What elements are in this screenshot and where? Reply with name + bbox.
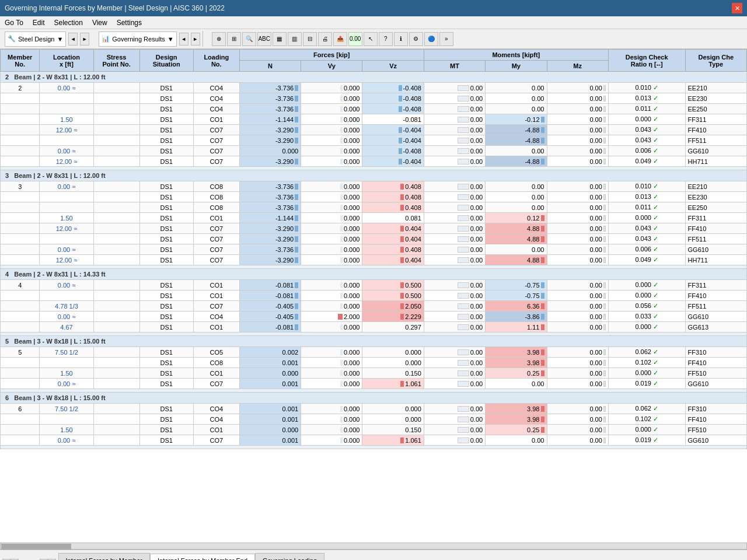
view-chevron: ▼ — [167, 36, 174, 43]
tb-filter-btn[interactable]: 🔍 — [242, 32, 256, 46]
view-prev-btn[interactable]: ◄ — [179, 33, 189, 46]
tb-expand-btn[interactable]: » — [439, 32, 453, 46]
module-next-btn[interactable]: ► — [80, 33, 89, 46]
cell-stress-point — [93, 358, 139, 368]
menu-view[interactable]: View — [92, 19, 107, 27]
scrollbar-thumb[interactable] — [1, 544, 71, 550]
cell-loading-no: CO7 — [193, 156, 239, 167]
cell-MT: 0.00 — [424, 358, 485, 368]
cell-design-sit: DS1 — [139, 301, 193, 312]
cell-ratio: 0.019 ✓ — [608, 379, 685, 389]
cell-loading-no: CO7 — [193, 379, 239, 389]
cell-loading-no: CO1 — [193, 213, 239, 223]
cell-Vz: 0.081 — [362, 213, 424, 223]
cell-MT: 0.00 — [424, 255, 485, 265]
cell-Vy: 0.000 — [301, 114, 362, 125]
cell-stress-point — [93, 202, 139, 213]
module-dropdown[interactable]: 🔧 Steel Design ▼ — [5, 32, 66, 47]
cell-design-sit: DS1 — [139, 425, 193, 435]
table-row: 67.50 1/2DS1CO4 0.001 0.000 0.000 0.00 3… — [1, 404, 747, 414]
cell-stress-point — [93, 83, 139, 93]
tab-governing-loading[interactable]: Governing Loading — [255, 553, 324, 560]
cell-member-no: 3 — [1, 181, 40, 192]
menu-selection[interactable]: Selection — [54, 19, 83, 27]
cell-N: 0.001 — [239, 414, 301, 425]
cell-MT: 0.00 — [424, 146, 485, 156]
data-table-container[interactable]: MemberNo. Locationx [ft] StressPoint No.… — [0, 49, 747, 542]
cell-stress-point — [93, 379, 139, 389]
tb-help-btn[interactable]: ? — [379, 32, 393, 46]
cell-stress-point — [93, 146, 139, 156]
cell-N: -3.736 — [239, 83, 301, 93]
cell-member-no — [1, 368, 40, 379]
cell-Mz: 0.00 — [547, 125, 608, 135]
member-group-row: 2 Beam | 2 - W 8x31 | L : 12.00 ft — [1, 72, 747, 83]
bottom-tab-bar: |◄ ◄ 1 of 3 ► ►| Internal Forces by Memb… — [0, 550, 747, 560]
cell-member-no — [1, 93, 40, 104]
tb-extra-btn[interactable]: ⚙ — [409, 32, 423, 46]
cell-loading-no: CO4 — [193, 312, 239, 322]
cell-Vz: 0.404 — [362, 234, 424, 244]
table-row: DS1CO8 -3.736 0.000 0.408 0.00 0.00 0.00… — [1, 192, 747, 202]
cell-check-type: EE250 — [685, 104, 746, 114]
cell-Vz: 0.408 — [362, 202, 424, 213]
tb-info-btn[interactable]: ℹ — [394, 32, 408, 46]
table-row: 12.00 ≈DS1CO7 -3.290 0.000 0.404 0.00 4.… — [1, 223, 747, 234]
cell-Mz: 0.00 — [547, 192, 608, 202]
cell-ratio: 0.010 ✓ — [608, 181, 685, 192]
table-row: DS1CO1 -0.081 0.000 0.500 0.00 -0.75 0.0… — [1, 290, 747, 301]
cell-loading-no: CO4 — [193, 404, 239, 414]
cell-check-type: GG610 — [685, 379, 746, 389]
cell-Vy: 0.000 — [301, 301, 362, 312]
cell-N: 0.001 — [239, 404, 301, 414]
cell-N: -1.144 — [239, 213, 301, 223]
view-dropdown[interactable]: 📊 Governing Results ▼ — [99, 32, 176, 47]
cell-location: 12.00 ≈ — [40, 223, 93, 234]
tab-internal-forces[interactable]: Internal Forces by Member — [58, 553, 150, 560]
table-row: 12.00 ≈DS1CO7 -3.290 0.000 -0.404 0.00 -… — [1, 156, 747, 167]
cell-MT: 0.00 — [424, 290, 485, 301]
cell-Vy: 0.000 — [301, 156, 362, 167]
view-next-btn[interactable]: ► — [191, 33, 200, 46]
cell-member-no — [1, 322, 40, 332]
cell-N: -0.405 — [239, 312, 301, 322]
cell-member-no — [1, 125, 40, 135]
tb-abc-btn[interactable]: ABC — [257, 32, 271, 46]
menu-edit[interactable]: Edit — [33, 19, 45, 27]
table-row: 4.67DS1CO1 -0.081 0.000 0.297 0.00 1.11 … — [1, 322, 747, 332]
cell-location: 1.50 — [40, 114, 93, 125]
tb-zero-btn[interactable]: 0.00 — [348, 32, 362, 46]
tb-print-btn[interactable]: 🖨 — [318, 32, 332, 46]
cell-ratio: 0.102 ✓ — [608, 414, 685, 425]
tab-internal-forces-end[interactable]: Internal Forces by Member End — [150, 554, 255, 560]
cell-stress-point — [93, 125, 139, 135]
menu-settings[interactable]: Settings — [117, 19, 142, 27]
toolbar: 🔧 Steel Design ▼ ◄ ► 📊 Governing Results… — [0, 29, 747, 49]
cell-location: 0.00 ≈ — [40, 280, 93, 290]
cell-My: 4.88 — [486, 255, 547, 265]
tb-table-btn[interactable]: ⊞ — [227, 32, 241, 46]
cell-stress-point — [93, 114, 139, 125]
tb-grid-btn[interactable]: ▦ — [273, 32, 287, 46]
horizontal-scrollbar[interactable] — [0, 542, 747, 550]
tb-cursor-btn[interactable]: ↖ — [364, 32, 378, 46]
tb-select-btn[interactable]: ⊕ — [212, 32, 226, 46]
cell-location: 1.50 — [40, 213, 93, 223]
cell-stress-point — [93, 414, 139, 425]
results-table: MemberNo. Locationx [ft] StressPoint No.… — [0, 49, 747, 449]
close-button[interactable]: ✕ — [732, 3, 742, 13]
tb-export-btn[interactable]: 📤 — [333, 32, 347, 46]
cell-My: 0.00 — [486, 146, 547, 156]
cell-design-sit: DS1 — [139, 290, 193, 301]
tb-cols-btn[interactable]: ⊟ — [303, 32, 317, 46]
menu-goto[interactable]: Go To — [5, 19, 23, 27]
menu-bar: Go To Edit Selection View Settings — [0, 16, 747, 29]
cell-N: -0.405 — [239, 301, 301, 312]
module-prev-btn[interactable]: ◄ — [68, 33, 78, 46]
tb-grid2-btn[interactable]: ▥ — [288, 32, 302, 46]
cell-loading-no: CO7 — [193, 435, 239, 446]
cell-N: -3.290 — [239, 125, 301, 135]
tb-more-btn[interactable]: 🔵 — [424, 32, 438, 46]
cell-location: 0.00 ≈ — [40, 435, 93, 446]
cell-Vz: 0.000 — [362, 414, 424, 425]
